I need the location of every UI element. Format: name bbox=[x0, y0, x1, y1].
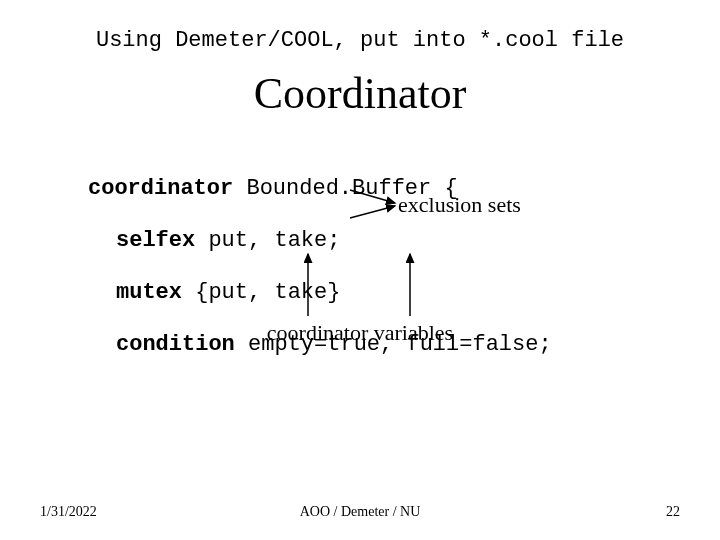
footer-page-number: 22 bbox=[666, 504, 680, 520]
slide-title: Coordinator bbox=[0, 68, 720, 119]
kw-coordinator: coordinator bbox=[88, 176, 233, 201]
kw-selfex: selfex bbox=[116, 228, 195, 253]
code-block: coordinator Bounded.Buffer { selfex put,… bbox=[88, 150, 552, 384]
code-line-mutex: mutex {put, take} bbox=[88, 280, 552, 306]
coordinator-variables-label: coordinator variables bbox=[0, 320, 720, 346]
exclusion-sets-label: exclusion sets bbox=[398, 192, 521, 218]
kw-mutex: mutex bbox=[116, 280, 182, 305]
code-rest-2: put, take; bbox=[195, 228, 340, 253]
slide-header: Using Demeter/COOL, put into *.cool file bbox=[0, 28, 720, 53]
code-line-selfex: selfex put, take; bbox=[88, 228, 552, 254]
code-rest-3: {put, take} bbox=[182, 280, 340, 305]
footer-center: AOO / Demeter / NU bbox=[0, 504, 720, 520]
